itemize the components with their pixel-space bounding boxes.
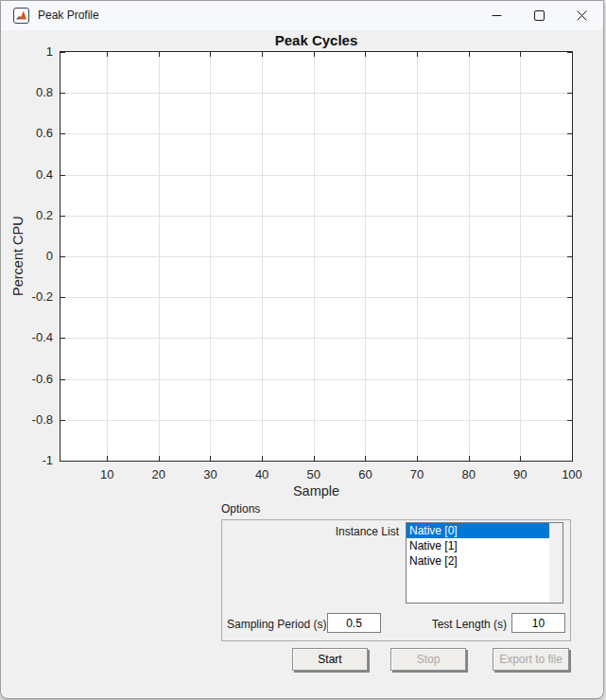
x-tick-mark [159, 456, 160, 461]
y-gridline [61, 133, 572, 134]
y-gridline [61, 297, 572, 298]
y-tick-mark [567, 216, 572, 217]
minimize-icon [492, 10, 502, 21]
minimize-button[interactable] [476, 1, 518, 30]
y-tick-mark [61, 297, 65, 298]
maximize-button[interactable] [518, 1, 561, 30]
y-tick-mark [61, 379, 65, 380]
x-tick-label: 70 [393, 467, 441, 481]
figure-window: Peak Profile Peak Cycles 102030405060708… [0, 0, 604, 699]
y-tick-mark [61, 133, 65, 134]
list-item[interactable]: Native [1] [407, 538, 549, 553]
x-tick-mark [572, 52, 573, 57]
test-length-field[interactable] [511, 613, 565, 633]
close-icon [577, 10, 587, 21]
y-gridline [61, 379, 572, 380]
listbox-scrollbar[interactable] [549, 523, 563, 603]
y-tick-mark [61, 338, 65, 339]
close-button[interactable] [561, 1, 603, 30]
options-panel-title: Options [221, 502, 260, 516]
x-tick-mark [262, 456, 263, 461]
list-item[interactable]: Native [2] [407, 553, 549, 569]
y-tick-mark [567, 52, 572, 53]
y-tick-mark [567, 133, 572, 134]
x-tick-label: 60 [341, 467, 389, 481]
y-tick-mark [61, 93, 65, 94]
y-tick-mark [61, 216, 65, 217]
x-tick-mark [365, 456, 366, 461]
x-tick-label: 10 [83, 467, 130, 481]
y-tick-mark [61, 256, 65, 257]
y-gridline [61, 338, 572, 339]
y-gridline [61, 256, 572, 257]
x-tick-mark [520, 52, 521, 57]
export-to-file-button: Export to file [493, 648, 569, 671]
list-item[interactable]: Native [0] [407, 523, 549, 538]
y-tick-mark [61, 420, 65, 421]
maximize-icon [534, 10, 545, 21]
x-tick-label: 20 [135, 467, 182, 481]
caption-buttons [476, 1, 603, 30]
test-length-label: Test Length (s) [398, 618, 507, 631]
instance-list-label: Instance List [221, 525, 399, 538]
titlebar: Peak Profile [1, 1, 603, 30]
x-tick-mark [210, 52, 211, 57]
x-tick-mark [365, 52, 366, 57]
y-tick-mark [567, 93, 572, 94]
y-gridline [61, 216, 572, 217]
window-title: Peak Profile [38, 9, 99, 22]
x-tick-mark [210, 456, 211, 461]
y-gridline [61, 175, 572, 176]
y-tick-mark [567, 461, 572, 462]
x-tick-mark [262, 52, 263, 57]
sampling-period-label: Sampling Period (s) [227, 618, 326, 631]
x-tick-mark [314, 456, 315, 461]
x-tick-label: 50 [290, 467, 338, 481]
y-tick-mark [567, 175, 572, 176]
y-tick-mark [567, 256, 572, 257]
stop-button: Stop [390, 648, 466, 671]
plot-area [60, 51, 573, 462]
y-tick-mark [61, 175, 65, 176]
y-tick-mark [61, 461, 65, 462]
x-tick-mark [469, 456, 470, 461]
x-tick-mark [314, 52, 315, 57]
x-tick-mark [572, 456, 573, 461]
x-tick-mark [107, 456, 108, 461]
y-tick-mark [61, 52, 65, 53]
x-tick-label: 90 [496, 467, 544, 481]
start-button[interactable]: Start [292, 648, 368, 671]
x-tick-label: 40 [238, 467, 286, 481]
x-tick-label: 80 [445, 467, 493, 481]
y-tick-mark [567, 297, 572, 298]
x-tick-mark [417, 52, 418, 57]
x-tick-mark [520, 456, 521, 461]
y-gridline [61, 420, 572, 421]
chart-title: Peak Cycles [60, 32, 573, 48]
x-tick-mark [469, 52, 470, 57]
y-axis-label: Percent CPU [10, 51, 29, 462]
y-tick-mark [567, 420, 572, 421]
x-tick-mark [417, 456, 418, 461]
instance-listbox[interactable]: Native [0]Native [1]Native [2] [406, 522, 563, 604]
x-tick-label: 100 [548, 467, 596, 481]
y-gridline [61, 93, 572, 94]
y-tick-mark [567, 338, 572, 339]
x-tick-mark [159, 52, 160, 57]
x-tick-label: 30 [186, 467, 234, 481]
sampling-period-field[interactable] [327, 613, 381, 633]
y-tick-mark [567, 379, 572, 380]
matlab-icon [13, 8, 29, 24]
x-tick-mark [107, 52, 108, 57]
x-axis-label: Sample [60, 483, 573, 499]
